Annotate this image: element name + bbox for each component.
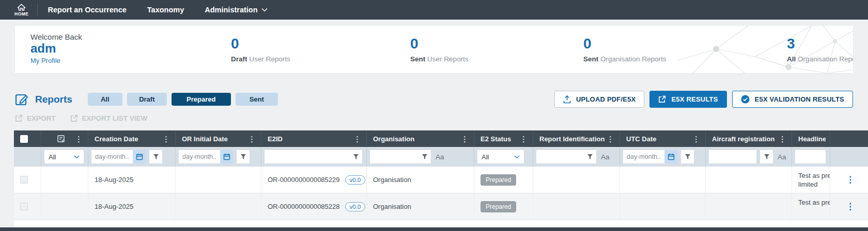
match-case-toggle[interactable]: Aa [601, 153, 610, 161]
export-row: EXPORT EXPORT LIST VIEW [15, 114, 853, 123]
tab-sent[interactable]: Sent [236, 93, 278, 106]
horizontal-scrollbar[interactable] [0, 227, 868, 231]
cell-aircraft-registration [706, 167, 792, 193]
cell-e2id: OR-0000000000085229 v0.0 [261, 167, 367, 193]
header-or-initial-date: OR Initial Date⋮ [176, 130, 261, 147]
e5x-validation-results-button[interactable]: E5X VALIDATION RESULTS [732, 91, 853, 108]
header-actions [830, 130, 868, 147]
export-list-view-button[interactable]: EXPORT LIST VIEW [70, 114, 148, 122]
filter-creation-date [88, 147, 176, 167]
column-menu-icon[interactable]: ⋮ [778, 135, 787, 143]
nav-item-report-occurrence[interactable]: Report an Occurrence [48, 6, 127, 14]
column-menu-icon[interactable]: ⋮ [519, 135, 529, 143]
filter-actions [830, 147, 868, 167]
calendar-icon[interactable] [133, 150, 146, 163]
column-menu-icon[interactable]: ⋮ [460, 135, 470, 143]
cell-creation-date: 18-Aug-2025 [88, 167, 176, 193]
welcome-greeting: Welcome Back [30, 32, 82, 41]
calendar-icon[interactable] [220, 150, 233, 163]
upload-icon [563, 95, 571, 104]
filter-funnel-icon[interactable] [419, 154, 431, 160]
version-badge[interactable]: v0.0 [345, 202, 366, 211]
match-case-toggle[interactable]: Aa [778, 153, 786, 161]
stat-all-organisation-reports: 3 All Organisation Reports [787, 36, 853, 63]
cell-e2-status: Prepared [474, 193, 533, 220]
row-checkbox[interactable] [20, 203, 28, 210]
or-initial-date-filter-input[interactable] [179, 150, 220, 163]
version-badge[interactable]: v0.0 [345, 175, 366, 185]
row-menu-icon[interactable]: ⋮ [846, 174, 855, 185]
stat-draft-user-reports: 0 Draft User Reports [231, 36, 290, 63]
report-identification-filter-input[interactable] [536, 150, 584, 163]
stat-sent-organisation-reports: 0 Sent Organisation Reports [583, 36, 667, 63]
column-menu-icon[interactable]: ⋮ [74, 135, 84, 143]
headline-filter-input[interactable] [795, 150, 826, 163]
cell-utc-date [620, 193, 706, 220]
tab-all[interactable]: All [88, 93, 122, 106]
header-utc-date: UTC Date⋮ [620, 130, 706, 147]
cell-notes [41, 167, 88, 193]
nav-item-administration[interactable]: Administration [205, 6, 267, 14]
stat-label: Sent User Reports [410, 55, 469, 63]
notes-filter-dropdown[interactable]: All [44, 150, 84, 163]
welcome-card: Welcome Back adm My Profile 0 Draft User… [15, 26, 853, 73]
filter-funnel-icon[interactable] [149, 150, 162, 163]
tab-prepared[interactable]: Prepared [172, 93, 231, 106]
match-case-toggle[interactable]: Aa [436, 153, 444, 161]
row-menu-icon[interactable]: ⋮ [846, 201, 855, 212]
top-navigation: HOME Report an Occurrence Taxonomy Admin… [0, 0, 868, 20]
report-filter-tabs: All Draft Prepared Sent [88, 93, 278, 106]
nav-home-button[interactable]: HOME [14, 4, 29, 16]
column-menu-icon[interactable]: ⋮ [352, 135, 362, 143]
header-report-identification: Report Identification⋮ [533, 130, 620, 147]
column-menu-icon[interactable]: ⋮ [247, 135, 257, 143]
filter-notes: All [41, 147, 88, 167]
header-select-all [14, 130, 41, 147]
select-all-checkbox[interactable] [20, 135, 28, 143]
username: adm [30, 41, 82, 56]
filter-report-identification: Aa [533, 147, 620, 167]
cell-actions: ⋮ [830, 167, 868, 193]
column-menu-icon[interactable]: ⋮ [161, 135, 171, 143]
filter-funnel-icon[interactable] [584, 154, 596, 160]
cell-organisation: Organisation [367, 167, 474, 193]
cell-e2-status: Prepared [474, 167, 533, 193]
filter-funnel-icon[interactable] [350, 154, 362, 160]
filter-aircraft-registration: Aa [706, 147, 792, 167]
nav-item-taxonomy[interactable]: Taxonomy [147, 6, 184, 14]
cell-or-initial-date [176, 193, 261, 220]
creation-date-filter-input[interactable] [91, 150, 133, 163]
filter-funnel-icon[interactable] [760, 150, 773, 163]
page-title: Reports [35, 94, 72, 105]
calendar-icon[interactable] [664, 150, 677, 163]
filter-funnel-icon[interactable] [681, 150, 694, 163]
table-filter-row: All [14, 147, 868, 167]
stat-sent-user-reports: 0 Sent User Reports [410, 36, 469, 63]
column-menu-icon[interactable]: ⋮ [606, 135, 615, 143]
cell-aircraft-registration [706, 193, 792, 220]
e5x-results-button[interactable]: E5X RESULTS [649, 91, 726, 108]
my-profile-link[interactable]: My Profile [30, 57, 82, 64]
export-button[interactable]: EXPORT [15, 114, 56, 122]
cell-organisation: Organisation [367, 193, 474, 220]
reports-table: ⋮ Creation Date⋮ OR Initial Date⋮ E2ID⋮ … [14, 130, 868, 227]
filter-funnel-icon[interactable] [237, 150, 250, 163]
chevron-down-icon [74, 155, 80, 159]
e2-status-filter-dropdown[interactable]: All [477, 150, 524, 163]
table-header-row: ⋮ Creation Date⋮ OR Initial Date⋮ E2ID⋮ … [14, 130, 868, 147]
header-aircraft-registration: Aircraft registration⋮ [706, 130, 792, 147]
organisation-filter-input[interactable] [370, 150, 419, 163]
tab-draft[interactable]: Draft [127, 93, 167, 106]
e2id-filter-input[interactable] [265, 150, 350, 163]
reports-toolbar: Reports All Draft Prepared Sent UPLOAD P… [15, 91, 853, 108]
column-menu-icon[interactable]: ⋮ [691, 135, 701, 143]
utc-date-filter-input[interactable] [623, 150, 664, 163]
filter-organisation: Aa [367, 147, 474, 167]
cell-creation-date: 18-Aug-2025 [88, 193, 176, 220]
welcome-block: Welcome Back adm My Profile [30, 32, 82, 64]
cell-headline: Test as prep limited [792, 167, 830, 193]
header-creation-date: Creation Date⋮ [88, 130, 176, 147]
aircraft-registration-filter-input[interactable] [709, 150, 756, 163]
row-checkbox[interactable] [20, 176, 28, 184]
upload-pdf-e5x-button[interactable]: UPLOAD PDF/E5X [554, 91, 644, 108]
